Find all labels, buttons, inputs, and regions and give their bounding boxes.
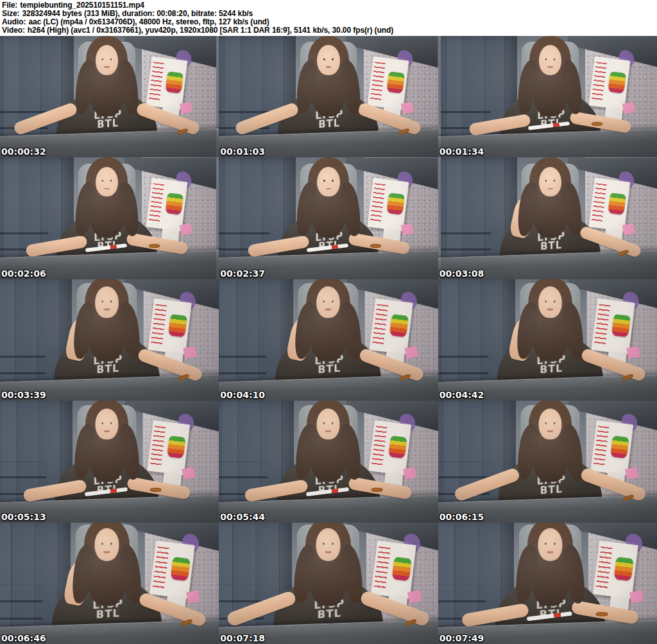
person-face <box>538 528 563 561</box>
video-frame-thumbnail: LYSPBTL 00:04:42 <box>438 279 657 401</box>
rainbow-apple-sticker <box>388 435 407 458</box>
eye <box>102 180 104 182</box>
eye <box>545 180 547 182</box>
pink-note <box>182 467 196 479</box>
mouth <box>326 188 332 190</box>
person-face <box>96 45 118 74</box>
white-poster <box>146 57 187 110</box>
video-frame-thumbnail: LYSPBTL 00:07:49 <box>438 523 657 644</box>
mouth <box>547 188 553 190</box>
eye <box>110 543 112 544</box>
eye <box>332 300 334 302</box>
poster-red-text <box>370 183 386 223</box>
mouth <box>104 308 110 310</box>
white-poster <box>371 540 416 598</box>
eye <box>545 300 547 302</box>
person-face <box>95 409 119 440</box>
timestamp-overlay: 00:03:39 <box>1 390 46 399</box>
frame-scene: LYSPBTL <box>438 279 657 401</box>
video-frame-thumbnail: LYSPBTL 00:04:10 <box>219 279 438 401</box>
poster-red-text <box>595 546 612 589</box>
white-poster <box>592 540 638 598</box>
pink-note <box>624 467 638 479</box>
mouth <box>325 308 331 310</box>
rainbow-apple-sticker <box>386 193 405 215</box>
poster-red-text <box>592 183 607 223</box>
white-poster <box>149 540 194 598</box>
person-face <box>95 286 119 318</box>
person-face <box>94 528 119 561</box>
rainbow-apple-sticker <box>165 193 183 215</box>
timestamp-overlay: 00:06:46 <box>1 634 46 643</box>
white-poster <box>148 298 192 354</box>
mouth <box>547 66 553 68</box>
metadata-label: Video: <box>2 26 25 35</box>
metadata-value: aac (LC) (mp4a / 0x6134706D), 48000 Hz, … <box>28 17 269 26</box>
timestamp-overlay: 00:06:15 <box>439 512 484 521</box>
poster-red-text <box>152 546 169 589</box>
video-frame-thumbnail: LYSPBTL 00:07:18 <box>219 523 438 644</box>
pink-note <box>404 345 418 358</box>
person-face <box>538 409 562 440</box>
timestamp-overlay: 00:04:10 <box>220 390 265 399</box>
white-poster <box>589 57 631 110</box>
timestamp-overlay: 00:02:37 <box>220 269 265 278</box>
mouth <box>104 188 110 190</box>
timestamp-overlay: 00:05:13 <box>1 512 46 521</box>
rainbow-apple-sticker <box>391 557 411 581</box>
timestamp-overlay: 00:03:08 <box>439 269 484 278</box>
metadata-label: Size: <box>2 9 20 18</box>
eye <box>554 300 556 302</box>
white-poster <box>589 178 631 231</box>
frame-scene: LYSPBTL <box>219 36 438 157</box>
pink-note <box>401 101 414 114</box>
eye <box>332 58 334 60</box>
person-face <box>538 286 562 318</box>
video-frame-thumbnail: LYSPBTL 00:06:46 <box>0 523 219 644</box>
mouth <box>326 430 332 432</box>
eye <box>545 422 547 424</box>
rainbow-apple-sticker <box>165 71 183 94</box>
pink-note <box>629 589 644 603</box>
rainbow-apple-sticker <box>611 314 630 338</box>
video-contact-sheet: File:tempiebunting_202510151151.mp4 Size… <box>0 0 657 644</box>
video-frame-thumbnail: LYSPBTL 00:06:15 <box>438 401 657 522</box>
bead-bracelet <box>595 612 608 616</box>
rainbow-apple-sticker <box>613 557 633 581</box>
rainbow-apple-sticker <box>170 557 190 581</box>
poster-red-text <box>374 546 391 589</box>
mouth <box>104 66 110 68</box>
pink-note <box>179 223 192 236</box>
eye <box>323 58 325 60</box>
frame-scene: LYSPBTL <box>219 523 438 644</box>
timestamp-overlay: 00:05:44 <box>220 512 265 521</box>
frame-scene: LYSPBTL <box>0 36 216 157</box>
frame-scene: LYSPBTL <box>0 157 216 279</box>
white-poster <box>590 421 633 476</box>
eye <box>101 300 103 302</box>
rainbow-apple-sticker <box>167 314 187 338</box>
pink-note <box>401 223 414 236</box>
frame-scene: LYSPBTL <box>219 157 438 279</box>
rainbow-apple-sticker <box>389 314 409 338</box>
person-face <box>96 167 118 196</box>
metadata-line: Video:h264 (High) (avc1 / 0x31637661), y… <box>2 26 657 35</box>
video-frame-thumbnail: LYSPBTL 00:02:37 <box>219 157 438 279</box>
eye <box>554 422 556 424</box>
eye <box>332 180 334 182</box>
eye <box>332 422 334 424</box>
eye <box>323 422 325 424</box>
eye <box>545 58 547 60</box>
pink-note <box>626 345 640 358</box>
timestamp-overlay: 00:02:06 <box>1 269 46 278</box>
bead-bracelet <box>592 122 602 126</box>
mouth <box>547 551 553 553</box>
bead-bracelet <box>149 244 160 248</box>
white-poster <box>367 178 409 231</box>
eye <box>323 180 325 182</box>
eye <box>323 543 325 544</box>
pink-note <box>622 223 636 236</box>
frame-scene: LYSPBTL <box>0 523 219 644</box>
mouth <box>104 430 110 432</box>
eye <box>554 58 556 60</box>
